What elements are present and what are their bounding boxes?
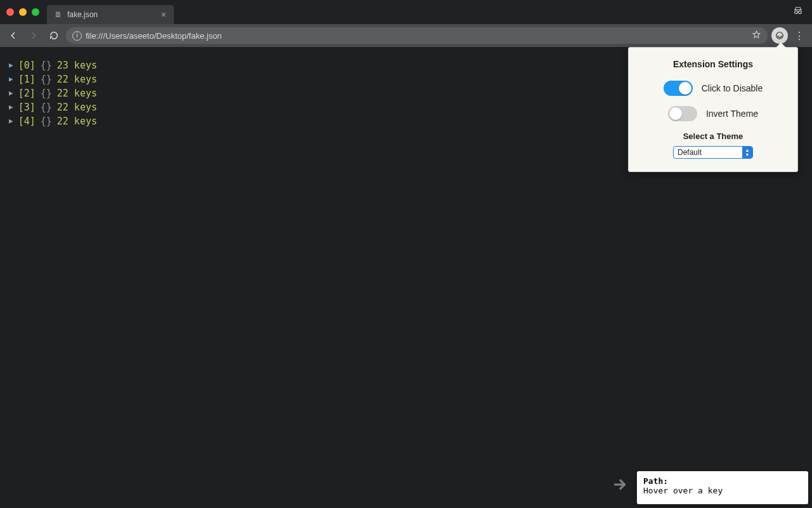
path-helper: Path: Hover over a key	[637, 471, 808, 504]
svg-point-2	[776, 32, 783, 39]
close-tab-icon[interactable]: ×	[161, 10, 166, 20]
enable-toggle-label: Click to Disable	[702, 83, 763, 93]
json-index: [0]	[18, 58, 36, 72]
browser-menu-icon[interactable]: ⋮	[792, 30, 807, 42]
theme-select[interactable]: Default ▲▼	[673, 146, 753, 159]
page-content: ▶[0]{}23 keys▶[1]{}22 keys▶[2]{}22 keys▶…	[0, 47, 812, 508]
expand-triangle-icon[interactable]: ▶	[9, 86, 13, 100]
json-brace: {}	[41, 58, 52, 72]
browser-tab[interactable]: 🗎 fake.json ×	[47, 5, 174, 24]
select-arrows-icon: ▲▼	[742, 147, 752, 158]
json-key-count: 22 keys	[57, 72, 97, 86]
toggle-invert-row: Invert Theme	[636, 106, 790, 121]
toggle-enable-row: Click to Disable	[636, 81, 790, 96]
expand-triangle-icon[interactable]: ▶	[9, 100, 13, 114]
back-button[interactable]	[5, 27, 22, 44]
json-key-count: 22 keys	[57, 100, 97, 114]
json-brace: {}	[41, 72, 52, 86]
theme-section-label: Select a Theme	[636, 131, 790, 141]
invert-toggle[interactable]	[668, 106, 697, 121]
reload-button[interactable]	[46, 27, 62, 44]
json-index: [2]	[18, 86, 36, 100]
tab-title: fake.json	[67, 10, 98, 19]
json-index: [3]	[18, 100, 36, 114]
invert-toggle-label: Invert Theme	[706, 109, 758, 119]
expand-triangle-icon[interactable]: ▶	[9, 114, 13, 128]
json-index: [1]	[18, 72, 36, 86]
json-index: [4]	[18, 114, 36, 128]
path-arrow-icon	[612, 476, 628, 495]
json-key-count: 23 keys	[57, 58, 97, 72]
incognito-icon	[792, 5, 804, 19]
theme-selected-value: Default	[674, 148, 742, 157]
json-brace: {}	[41, 86, 52, 100]
popup-title: Extension Settings	[636, 59, 790, 69]
svg-point-0	[795, 11, 798, 14]
json-key-count: 22 keys	[57, 86, 97, 100]
minimize-window-button[interactable]	[19, 8, 27, 16]
enable-toggle[interactable]	[664, 81, 693, 96]
expand-triangle-icon[interactable]: ▶	[9, 72, 13, 86]
maximize-window-button[interactable]	[32, 8, 39, 16]
site-info-icon[interactable]: i	[72, 31, 82, 41]
json-key-count: 22 keys	[57, 114, 97, 128]
extension-popup: Extension Settings Click to Disable Inve…	[628, 47, 798, 172]
browser-tab-strip: 🗎 fake.json ×	[0, 0, 812, 24]
bookmark-star-icon[interactable]	[752, 30, 761, 41]
browser-toolbar: i file:///Users/aseeto/Desktop/fake.json…	[0, 24, 812, 47]
file-icon: 🗎	[55, 10, 62, 19]
expand-triangle-icon[interactable]: ▶	[9, 58, 13, 72]
svg-point-1	[799, 11, 802, 14]
forward-button[interactable]	[25, 27, 42, 44]
url-text: file:///Users/aseeto/Desktop/fake.json	[86, 31, 222, 41]
extension-button[interactable]	[771, 27, 788, 44]
path-label: Path:	[643, 476, 802, 486]
path-hint: Hover over a key	[643, 486, 802, 495]
json-brace: {}	[41, 114, 52, 128]
json-brace: {}	[41, 100, 52, 114]
window-controls	[6, 8, 39, 16]
address-bar[interactable]: i file:///Users/aseeto/Desktop/fake.json	[66, 27, 768, 44]
close-window-button[interactable]	[6, 8, 14, 16]
